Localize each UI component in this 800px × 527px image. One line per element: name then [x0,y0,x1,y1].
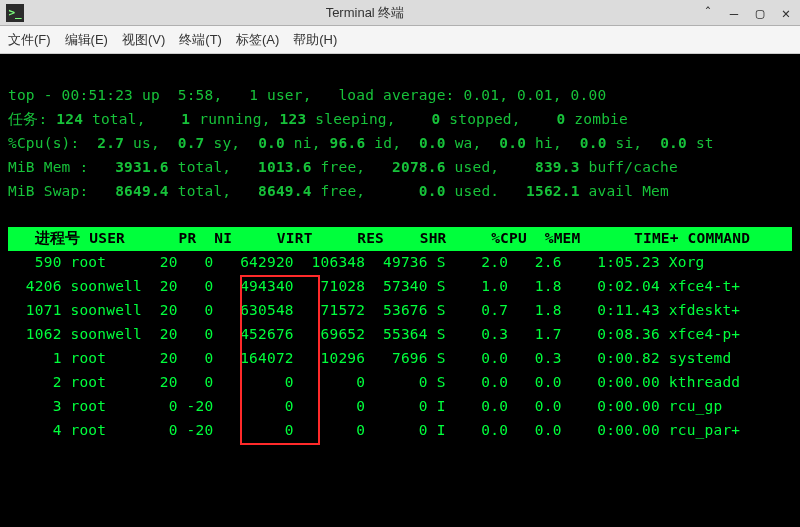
window-controls: ˆ — ▢ ✕ [700,5,794,21]
table-row: 1071 soonwell 20 0 630548 71572 53676 S … [8,299,792,323]
menu-tabs[interactable]: 标签(A) [236,31,279,49]
table-row: 4 root 0 -20 0 0 0 I 0.0 0.0 0:00.00 rcu… [8,419,792,443]
menu-terminal[interactable]: 终端(T) [179,31,222,49]
maximize-button[interactable]: ▢ [752,5,768,21]
process-table-header: 进程号 USER PR NI VIRT RES SHR %CPU %MEM TI… [8,227,792,251]
table-row: 1 root 20 0 164072 10296 7696 S 0.0 0.3 … [8,347,792,371]
table-row: 590 root 20 0 642920 106348 49736 S 2.0 … [8,251,792,275]
window-title: Terminal 终端 [30,4,700,22]
table-row: 4206 soonwell 20 0 494340 71028 57340 S … [8,275,792,299]
minimize-button[interactable]: — [726,5,742,21]
menu-help[interactable]: 帮助(H) [293,31,337,49]
terminal-output[interactable]: top - 00:51:23 up 5:58, 1 user, load ave… [0,54,800,527]
table-row: 3 root 0 -20 0 0 0 I 0.0 0.0 0:00.00 rcu… [8,395,792,419]
window-titlebar: >_ Terminal 终端 ˆ — ▢ ✕ [0,0,800,26]
top-tasks: 任务: 124 total, 1 running, 123 sleeping, … [8,111,628,127]
menu-view[interactable]: 视图(V) [122,31,165,49]
menu-bar: 文件(F) 编辑(E) 视图(V) 终端(T) 标签(A) 帮助(H) [0,26,800,54]
top-swap: MiB Swap: 8649.4 total, 8649.4 free, 0.0… [8,183,669,199]
top-cpu: %Cpu(s): 2.7 us, 0.7 sy, 0.0 ni, 96.6 id… [8,135,714,151]
top-mem: MiB Mem : 3931.6 total, 1013.6 free, 207… [8,159,678,175]
terminal-icon: >_ [6,4,24,22]
process-table-body: 590 root 20 0 642920 106348 49736 S 2.0 … [8,251,792,442]
table-row: 1062 soonwell 20 0 452676 69652 55364 S … [8,323,792,347]
menu-file[interactable]: 文件(F) [8,31,51,49]
top-line1: top - 00:51:23 up 5:58, 1 user, load ave… [8,87,606,103]
keep-above-icon[interactable]: ˆ [700,5,716,21]
table-row: 2 root 20 0 0 0 0 S 0.0 0.0 0:00.00 kthr… [8,371,792,395]
close-button[interactable]: ✕ [778,5,794,21]
menu-edit[interactable]: 编辑(E) [65,31,108,49]
